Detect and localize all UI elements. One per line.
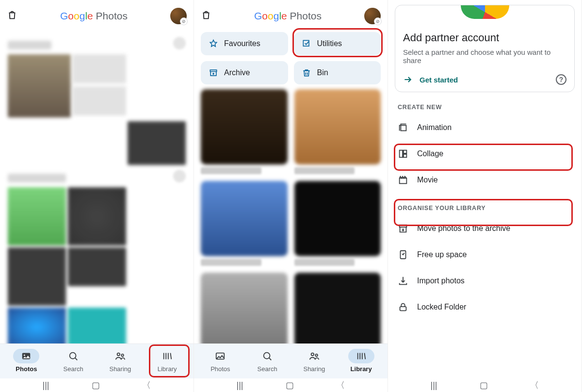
create-collage[interactable]: Collage	[388, 141, 582, 167]
archive-icon	[209, 68, 218, 78]
nav-library[interactable]: Library	[144, 349, 191, 373]
organise-import[interactable]: Import photos	[388, 268, 582, 294]
svg-point-2	[70, 353, 76, 359]
sync-off-icon: ⊘	[374, 17, 382, 25]
svg-rect-14	[404, 154, 406, 157]
archive-down-icon	[398, 223, 408, 234]
app-title: Google Photos	[216, 10, 359, 22]
svg-rect-11	[401, 125, 406, 131]
nav-photos-label: Photos	[210, 365, 230, 373]
recents-icon[interactable]: |||	[236, 380, 243, 391]
svg-rect-15	[400, 178, 407, 183]
recents-icon[interactable]: |||	[430, 380, 437, 391]
get-started-button[interactable]: Get started	[403, 75, 458, 84]
partner-card: Add partner account Select a partner and…	[395, 5, 575, 92]
nav-library[interactable]: Library	[338, 349, 385, 373]
organise-free-up-label: Free up space	[417, 250, 467, 259]
chip-archive[interactable]: Archive	[201, 61, 288, 84]
bottom-nav: Photos Search Sharing Library	[0, 343, 194, 378]
nav-library-label: Library	[158, 365, 177, 373]
sharing-icon	[309, 351, 320, 361]
svg-rect-16	[400, 225, 407, 228]
back-icon[interactable]: 〈	[142, 379, 151, 391]
app-header: Google Google PhotosPhotos ⊘	[0, 0, 194, 27]
bin-icon	[302, 68, 311, 78]
home-icon[interactable]: ▢	[286, 380, 294, 391]
svg-rect-13	[404, 150, 406, 153]
nav-search[interactable]: Search	[244, 349, 291, 373]
svg-rect-6	[210, 70, 216, 71]
photos-icon	[215, 351, 226, 361]
free-up-icon	[398, 249, 408, 260]
svg-point-8	[264, 353, 270, 359]
create-collage-label: Collage	[417, 149, 443, 158]
app-title: Google Google PhotosPhotos	[22, 10, 165, 22]
back-icon[interactable]: 〈	[530, 379, 539, 391]
nav-sharing[interactable]: Sharing	[97, 349, 144, 373]
movie-icon	[398, 175, 408, 185]
create-movie-label: Movie	[417, 176, 438, 184]
partner-title: Add partner account	[403, 32, 566, 44]
utilities-icon	[302, 39, 311, 49]
nav-search-label: Search	[258, 365, 277, 373]
collage-icon	[398, 148, 408, 159]
photos-timeline	[0, 27, 194, 351]
svg-rect-12	[400, 150, 403, 158]
bottom-nav: Photos Search Sharing Library	[194, 343, 388, 378]
import-icon	[398, 276, 408, 286]
nav-sharing-label: Sharing	[109, 365, 131, 373]
create-animation[interactable]: Animation	[388, 114, 582, 141]
shopping-bag-icon[interactable]	[201, 10, 211, 22]
back-icon[interactable]: 〈	[336, 379, 345, 391]
recents-icon[interactable]: |||	[42, 380, 49, 391]
chip-bin-label: Bin	[317, 68, 328, 77]
sync-off-icon: ⊘	[180, 17, 188, 25]
organise-locked[interactable]: Locked Folder	[388, 294, 582, 320]
create-new-label: CREATE NEW	[388, 92, 582, 114]
avatar[interactable]: ⊘	[170, 8, 187, 24]
nav-search-label: Search	[64, 365, 83, 373]
nav-photos-label: Photos	[16, 365, 37, 373]
help-icon[interactable]: ?	[556, 74, 566, 85]
svg-rect-18	[400, 307, 406, 310]
screenshot-2: Google Photos ⊘ Favourites Utilities Arc…	[194, 0, 388, 392]
search-icon	[68, 351, 79, 361]
animation-icon	[398, 122, 408, 133]
svg-point-1	[24, 355, 25, 356]
system-nav: ||| ▢ 〈	[388, 378, 582, 392]
get-started-label: Get started	[420, 76, 458, 84]
chip-utilities[interactable]: Utilities	[294, 32, 381, 55]
albums-grid	[194, 89, 388, 358]
search-icon	[262, 351, 273, 361]
chip-favourites[interactable]: Favourites	[201, 32, 288, 55]
partner-illustration	[461, 5, 509, 19]
partner-subtitle: Select a partner and choose what you wan…	[403, 48, 566, 65]
home-icon[interactable]: ▢	[92, 380, 100, 391]
organise-import-label: Import photos	[417, 277, 465, 285]
photos-icon	[21, 351, 32, 361]
create-movie[interactable]: Movie	[388, 167, 582, 193]
shopping-bag-icon[interactable]	[7, 10, 17, 22]
organise-archive[interactable]: Move photos to the archive	[388, 215, 582, 242]
avatar[interactable]: ⊘	[364, 8, 381, 24]
nav-sharing[interactable]: Sharing	[291, 349, 338, 373]
organise-free-up[interactable]: Free up space	[388, 242, 582, 268]
chip-archive-label: Archive	[224, 68, 250, 77]
organise-locked-label: Locked Folder	[417, 303, 466, 311]
home-icon[interactable]: ▢	[480, 380, 488, 391]
nav-sharing-label: Sharing	[303, 365, 325, 373]
screenshot-1: Google Google PhotosPhotos ⊘ Photos Sear…	[0, 0, 194, 392]
library-icon	[356, 351, 367, 361]
svg-rect-5	[303, 40, 309, 46]
svg-point-4	[121, 354, 124, 357]
chip-utilities-label: Utilities	[317, 39, 342, 48]
nav-photos[interactable]: Photos	[3, 349, 50, 373]
app-header: Google Photos ⊘	[194, 0, 388, 27]
create-animation-label: Animation	[417, 123, 452, 132]
chip-bin[interactable]: Bin	[294, 61, 381, 84]
nav-photos[interactable]: Photos	[197, 349, 244, 373]
lock-icon	[398, 302, 408, 312]
library-chips: Favourites Utilities Archive Bin	[194, 27, 388, 89]
svg-point-3	[117, 353, 120, 356]
nav-search[interactable]: Search	[50, 349, 97, 373]
